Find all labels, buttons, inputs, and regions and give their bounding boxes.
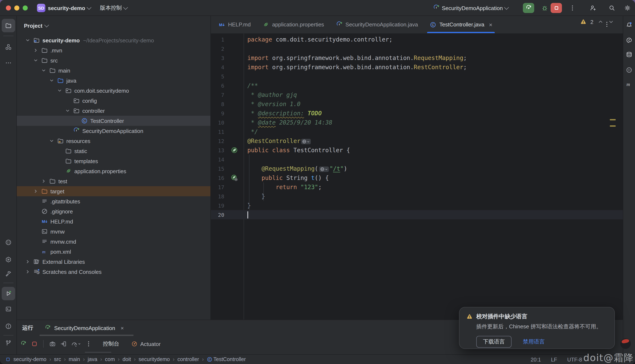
close-window-button[interactable] <box>6 6 11 10</box>
tree-row-test[interactable]: test <box>17 176 210 186</box>
disable-language-button[interactable]: 禁用语言 <box>523 338 545 346</box>
search-everywhere-button[interactable] <box>606 3 617 13</box>
next-problem-icon[interactable] <box>608 18 614 25</box>
console-tab[interactable]: 控制台 <box>103 340 119 348</box>
tree-row-controller[interactable]: controller <box>17 106 210 116</box>
run-button[interactable] <box>523 3 534 13</box>
tree-row-target[interactable]: target <box>17 186 210 196</box>
breadcrumb-item[interactable]: controller <box>177 356 199 362</box>
tree-row-external-libraries[interactable]: External Libraries <box>17 257 210 267</box>
stop-process-button[interactable] <box>31 340 38 347</box>
rerun-button[interactable] <box>20 340 27 347</box>
chevron-down-icon[interactable] <box>56 87 63 94</box>
tree-row-resources[interactable]: resources <box>17 136 210 146</box>
tree-row-help-md[interactable]: MHELP.md <box>17 216 210 226</box>
chevron-right-icon[interactable] <box>32 188 39 194</box>
scrollbar-warning-mark[interactable] <box>610 126 616 127</box>
scrollbar-warning-mark[interactable] <box>610 119 616 120</box>
project-tool-button[interactable] <box>2 19 15 32</box>
editor-tab-testcontroller-java[interactable]: CTestController.java× <box>424 16 498 33</box>
run-tool-button[interactable] <box>2 287 15 300</box>
breadcrumb-item[interactable]: CTestController <box>207 356 246 362</box>
minimize-window-button[interactable] <box>14 6 19 10</box>
code-line[interactable]: 10 * @date 2025/9/20 14:38 <box>211 118 623 127</box>
tree-row-application-properties[interactable]: application.properties <box>17 166 210 176</box>
tree-row-templates[interactable]: templates <box>17 156 210 166</box>
tree-row-pom-xml[interactable]: mpom.xml <box>17 246 210 257</box>
tree-row--gitignore[interactable]: .gitignore <box>17 206 210 216</box>
code-line[interactable]: 6/** <box>211 81 623 90</box>
dependencies-tool-button[interactable] <box>2 236 15 249</box>
code-line[interactable]: 9 * @description: TODO <box>211 108 623 118</box>
coverage-gauge-button[interactable] <box>71 340 81 347</box>
tree-row-mvnw-cmd[interactable]: mvnw.cmd <box>17 236 210 246</box>
tree-row-static[interactable]: static <box>17 146 210 156</box>
tree-row-config[interactable]: config <box>17 96 210 106</box>
inspections-widget[interactable]: 2 <box>580 18 614 25</box>
code-line[interactable]: 15 @RequestMapping("/t") <box>211 164 623 173</box>
breadcrumb-item[interactable]: com <box>105 356 115 362</box>
spring-bean-gutter-icon[interactable] <box>231 147 238 154</box>
code-line[interactable]: 5 <box>211 72 623 81</box>
tree-row-main[interactable]: main <box>17 66 210 76</box>
chevron-right-icon[interactable] <box>32 47 39 54</box>
chevron-right-icon[interactable] <box>24 268 31 275</box>
project-panel-header[interactable]: Project <box>17 16 210 35</box>
tree-row-mvnw[interactable]: mvnw <box>17 226 210 236</box>
debug-button[interactable] <box>539 3 550 13</box>
run-configuration-select[interactable]: SecurityDemoApplication <box>433 0 508 16</box>
vcs-menu[interactable]: 版本控制 <box>100 0 127 16</box>
breadcrumb-item[interactable]: src <box>54 356 61 362</box>
more-tools-button[interactable] <box>2 56 15 70</box>
terminal-tool-button[interactable] <box>2 302 15 316</box>
tree-row--gitattributes[interactable]: .gitattributes <box>17 196 210 206</box>
chevron-down-icon[interactable] <box>48 77 55 84</box>
code-line[interactable]: 14 <box>211 155 623 164</box>
code-line[interactable]: 3import org.springframework.web.bind.ann… <box>211 53 623 62</box>
download-language-button[interactable]: 下载语言 <box>476 336 512 348</box>
code-line[interactable]: 2 <box>211 44 623 53</box>
close-run-tab-icon[interactable]: × <box>121 325 124 331</box>
code-viewport[interactable]: 1package com.doit.securitydemo.controlle… <box>211 34 623 320</box>
chevron-down-icon[interactable] <box>32 57 39 64</box>
chevron-down-icon[interactable] <box>40 67 47 74</box>
actuator-tab[interactable]: Actuator <box>131 340 161 347</box>
chevron-down-icon[interactable] <box>64 107 71 114</box>
code-line[interactable]: 16 public String t() { <box>211 173 623 182</box>
stop-button[interactable] <box>551 3 562 13</box>
spring-bean-globe-gutter-icon[interactable] <box>231 174 238 181</box>
chevron-down-icon[interactable] <box>24 37 31 44</box>
code-line[interactable]: 7 * @author gjq <box>211 90 623 100</box>
code-line[interactable]: 18 } <box>211 192 623 201</box>
structure-tool-button[interactable] <box>2 40 15 54</box>
code-line[interactable]: 11 */ <box>211 127 623 136</box>
tree-row-securitydemoapplication[interactable]: SecurityDemoApplication <box>17 126 210 136</box>
chevron-right-icon[interactable] <box>40 178 47 184</box>
database-tool-button[interactable] <box>626 51 632 58</box>
code-line[interactable]: 19} <box>211 201 623 210</box>
editor-tab-application-properties[interactable]: application.properties <box>257 16 330 33</box>
tree-row-scratches-and-consoles[interactable]: Scratches and Consoles <box>17 267 210 277</box>
breadcrumb-item[interactable]: securitydemo <box>139 356 170 362</box>
code-line[interactable]: 20 <box>211 210 623 219</box>
tree-row-testcontroller[interactable]: CTestController <box>17 116 210 126</box>
line-ending-widget[interactable]: LF <box>551 357 557 362</box>
thread-dump-button[interactable] <box>49 340 56 347</box>
breadcrumb-item[interactable]: java <box>88 356 97 362</box>
maximize-window-button[interactable] <box>23 6 28 10</box>
maven-tool-button[interactable]: m <box>626 81 632 88</box>
code-with-me-button[interactable] <box>587 3 598 13</box>
tree-row-security-demo[interactable]: security-demo~/IdeaProjects/security-dem… <box>17 35 210 45</box>
services-tool-button[interactable] <box>2 253 15 266</box>
attach-console-button[interactable] <box>60 340 67 347</box>
run-session-tab[interactable]: SecurityDemoApplication × <box>45 324 124 331</box>
code-line[interactable]: 4import org.springframework.web.bind.ann… <box>211 62 623 72</box>
problems-tool-button[interactable] <box>2 320 15 333</box>
project-menu[interactable]: security-demo <box>48 0 91 16</box>
code-line[interactable]: 8 * @version 1.0 <box>211 100 623 108</box>
code-line[interactable]: 17 return "123"; <box>211 182 623 192</box>
previous-problem-icon[interactable] <box>597 18 604 25</box>
ai-assistant-tool-button[interactable] <box>626 37 632 44</box>
tree-row-com-doit-securitydemo[interactable]: com.doit.securitydemo <box>17 86 210 96</box>
breadcrumb[interactable]: security-demo›src›main›java›com›doit›sec… <box>0 356 246 362</box>
